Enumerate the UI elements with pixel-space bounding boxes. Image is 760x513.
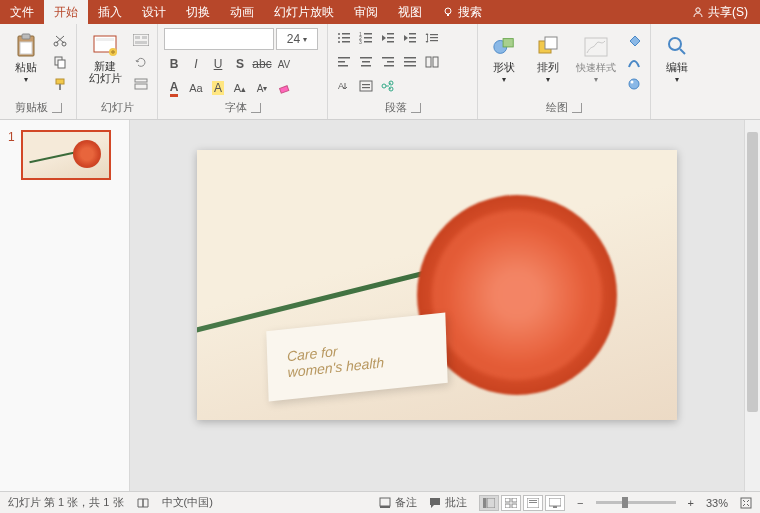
columns-button[interactable] (422, 52, 442, 72)
effects-icon (627, 77, 641, 91)
font-color-button[interactable]: A (164, 78, 184, 98)
notes-button[interactable]: 备注 (379, 495, 417, 510)
spellcheck-button[interactable] (136, 497, 150, 509)
tab-animations[interactable]: 动画 (220, 0, 264, 24)
new-slide-button[interactable]: 新建 幻灯片 (83, 26, 127, 92)
tab-slideshow[interactable]: 幻灯片放映 (264, 0, 344, 24)
zoom-slider-thumb[interactable] (622, 497, 628, 508)
svg-rect-16 (135, 36, 140, 39)
zoom-level[interactable]: 33% (706, 497, 728, 509)
align-left-button[interactable] (334, 52, 354, 72)
align-text-button[interactable] (356, 76, 376, 96)
highlight-button[interactable]: A (208, 78, 228, 98)
svg-rect-50 (382, 57, 394, 59)
tell-me-search[interactable]: 搜索 (432, 0, 492, 24)
font-size-select[interactable]: 24▾ (276, 28, 318, 50)
arrange-button[interactable]: 排列▾ (528, 26, 568, 92)
arrange-icon (536, 34, 560, 58)
strikethrough-button[interactable]: abc (252, 54, 272, 74)
shapes-button[interactable]: 形状▾ (484, 26, 524, 92)
fit-to-window-button[interactable] (740, 497, 752, 509)
clear-formatting-button[interactable] (274, 78, 294, 98)
svg-text:3: 3 (359, 39, 362, 44)
dialog-launcher-icon[interactable] (572, 103, 582, 113)
zoom-out-button[interactable]: − (577, 497, 583, 509)
align-center-button[interactable] (356, 52, 376, 72)
zoom-slider[interactable] (596, 501, 676, 504)
char-spacing-button[interactable]: AV (274, 54, 294, 74)
text-direction-button[interactable]: A (334, 76, 354, 96)
svg-rect-43 (430, 40, 438, 41)
tab-insert[interactable]: 插入 (88, 0, 132, 24)
svg-rect-85 (553, 506, 557, 508)
person-icon (692, 6, 704, 18)
tab-design[interactable]: 设计 (132, 0, 176, 24)
line-spacing-button[interactable] (422, 28, 442, 48)
workspace: 1 Care for women's health (0, 120, 760, 491)
normal-view-button[interactable] (479, 495, 499, 511)
share-button[interactable]: 共享(S) (680, 4, 760, 21)
tab-file[interactable]: 文件 (0, 0, 44, 24)
zoom-in-button[interactable]: + (688, 497, 694, 509)
cut-button[interactable] (50, 30, 70, 50)
tab-view[interactable]: 视图 (388, 0, 432, 24)
dialog-launcher-icon[interactable] (52, 103, 62, 113)
svg-rect-66 (503, 39, 513, 47)
svg-point-24 (338, 37, 340, 39)
scrollbar-thumb[interactable] (747, 132, 758, 412)
bold-button[interactable]: B (164, 54, 184, 74)
thumbnail-pane[interactable]: 1 (0, 120, 130, 491)
comments-button[interactable]: 批注 (429, 495, 467, 510)
shrink-font-button[interactable]: A▾ (252, 78, 272, 98)
section-button[interactable] (131, 74, 151, 94)
svg-point-70 (629, 79, 639, 89)
align-right-button[interactable] (378, 52, 398, 72)
font-family-select[interactable] (164, 28, 274, 50)
svg-rect-4 (22, 34, 30, 39)
shape-effects-button[interactable] (624, 74, 644, 94)
chevron-down-icon: ▾ (24, 75, 28, 84)
slide-canvas-area[interactable]: Care for women's health (130, 120, 744, 491)
group-slides: 新建 幻灯片 幻灯片 (77, 24, 158, 119)
reset-button[interactable] (131, 52, 151, 72)
slide-counter[interactable]: 幻灯片 第 1 张，共 1 张 (8, 495, 124, 510)
justify-button[interactable] (400, 52, 420, 72)
copy-button[interactable] (50, 52, 70, 72)
tab-transitions[interactable]: 切换 (176, 0, 220, 24)
editing-button[interactable]: 编辑▾ (657, 26, 697, 92)
numbering-button[interactable]: 123 (356, 28, 376, 48)
increase-indent-button[interactable] (400, 28, 420, 48)
vertical-scrollbar[interactable] (744, 120, 760, 491)
svg-rect-25 (342, 37, 350, 39)
slide-thumbnail-1[interactable] (21, 130, 111, 180)
language-button[interactable]: 中文(中国) (162, 495, 213, 510)
grow-font-button[interactable]: A▴ (230, 78, 250, 98)
sorter-view-button[interactable] (501, 495, 521, 511)
quick-styles-icon (584, 35, 608, 59)
svg-rect-77 (505, 498, 510, 502)
shape-outline-button[interactable] (624, 52, 644, 72)
dialog-launcher-icon[interactable] (411, 103, 421, 113)
slideshow-view-button[interactable] (545, 495, 565, 511)
dialog-launcher-icon[interactable] (251, 103, 261, 113)
layout-button[interactable] (131, 30, 151, 50)
italic-button[interactable]: I (186, 54, 206, 74)
reading-view-button[interactable] (523, 495, 543, 511)
change-case-button[interactable]: Aa (186, 78, 206, 98)
decrease-indent-button[interactable] (378, 28, 398, 48)
bullets-icon (337, 32, 351, 44)
paste-button[interactable]: 粘贴 ▾ (6, 26, 46, 92)
smartart-button[interactable] (378, 76, 398, 96)
shadow-button[interactable]: S (230, 54, 250, 74)
underline-button[interactable]: U (208, 54, 228, 74)
shape-fill-button[interactable] (624, 30, 644, 50)
tab-review[interactable]: 审阅 (344, 0, 388, 24)
svg-rect-59 (360, 81, 372, 91)
bullets-button[interactable] (334, 28, 354, 48)
format-painter-button[interactable] (50, 74, 70, 94)
fit-icon (740, 497, 752, 509)
quick-styles-button[interactable]: 快速样式▾ (572, 26, 620, 92)
slide-1[interactable]: Care for women's health (197, 150, 677, 420)
svg-rect-15 (133, 34, 149, 46)
tab-home[interactable]: 开始 (44, 0, 88, 24)
